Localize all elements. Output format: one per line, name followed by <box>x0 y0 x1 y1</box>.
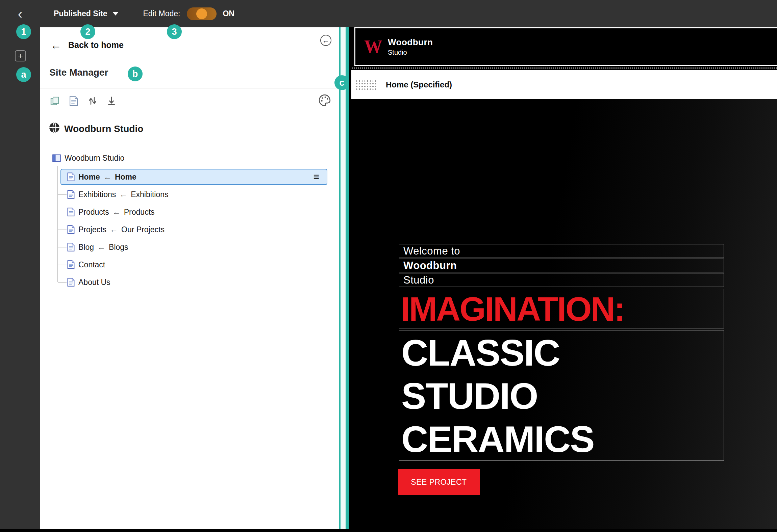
site-manager-panel: ← ← Back to home Site Manager <box>40 27 339 529</box>
annotation-badge-2: 2 <box>80 24 95 39</box>
item-label: Blog <box>78 243 94 252</box>
back-to-home-label: Back to home <box>68 40 124 50</box>
selected-item-box[interactable]: Home ← Home ≡ <box>60 169 327 185</box>
bottom-edge <box>0 529 777 532</box>
back-chevron-icon[interactable]: ‹ <box>0 7 40 21</box>
collapse-panel-icon[interactable]: ← <box>320 35 331 46</box>
annotation-badge-a: a <box>16 67 31 82</box>
annotation-badge-c: c <box>334 75 349 90</box>
hero-headline-accent[interactable]: IMAGINATION: <box>399 289 724 328</box>
item-menu-icon[interactable]: ≡ <box>313 172 319 182</box>
item-label: Contact <box>78 260 105 269</box>
tree-item-projects[interactable]: Projects ← Our Projects <box>40 221 339 238</box>
new-page-icon[interactable] <box>68 95 79 107</box>
expand-collapse-sort-icon[interactable] <box>87 95 98 107</box>
left-arrow-icon: ← <box>110 225 118 234</box>
add-button[interactable]: + <box>15 50 26 61</box>
left-arrow-icon: ← <box>103 172 111 182</box>
item-target: Home <box>115 172 136 182</box>
left-arrow-icon: ← <box>112 207 121 217</box>
hero-intro-line2[interactable]: Woodburn <box>399 259 724 272</box>
back-to-home-link[interactable]: ← Back to home <box>50 39 124 51</box>
item-target: Blogs <box>109 243 128 252</box>
item-label: About Us <box>78 278 110 287</box>
published-site-dropdown[interactable]: Published Site <box>54 9 119 18</box>
item-target: Our Projects <box>121 225 165 234</box>
page-icon <box>67 172 75 181</box>
hero-section: Welcome to Woodburn Studio IMAGINATION: … <box>351 99 777 529</box>
back-arrow-icon: ← <box>50 39 61 51</box>
item-label: Exhibitions <box>78 190 116 199</box>
edit-mode-toggle[interactable] <box>187 7 217 20</box>
hero-intro-line3[interactable]: Studio <box>399 273 724 287</box>
app-canvas: ‹ Published Site Edit Mode: ON + ← ← Bac… <box>0 0 777 532</box>
tree-item-blog[interactable]: Blog ← Blogs <box>40 238 339 256</box>
page-icon <box>67 190 75 199</box>
item-target: Exhibitions <box>131 190 168 199</box>
site-root-icon <box>52 154 61 162</box>
preview-site-header: W Woodburn Studio <box>354 27 777 66</box>
top-bar: ‹ Published Site Edit Mode: ON <box>0 0 777 27</box>
page-icon <box>67 243 75 251</box>
tree-rows: Home ← Home ≡ Exhibitions ← Exhibitions … <box>40 168 339 291</box>
page-title: Site Manager <box>49 67 108 78</box>
left-arrow-icon: ← <box>97 242 105 252</box>
site-name: Woodburn Studio <box>64 124 143 134</box>
edit-mode-state: ON <box>223 9 234 18</box>
annotation-badge-3: 3 <box>167 24 182 39</box>
drag-handle-icon[interactable] <box>355 80 377 90</box>
region-dashed-separator <box>352 68 777 69</box>
tree-item-products[interactable]: Products ← Products <box>40 203 339 221</box>
tree-item-about-us[interactable]: About Us <box>40 273 339 291</box>
hero-headline-line1: CLASSIC <box>401 331 724 374</box>
site-title-row: Woodburn Studio <box>49 122 143 136</box>
edit-mode-label: Edit Mode: <box>143 9 180 18</box>
globe-icon <box>49 122 60 136</box>
toggle-knob-icon <box>196 8 207 19</box>
item-label: Home <box>78 172 100 182</box>
item-target: Products <box>124 208 155 217</box>
region-label: Home (Specified) <box>386 80 452 89</box>
published-site-label: Published Site <box>54 9 107 18</box>
page-icon <box>67 278 75 287</box>
theme-palette-icon[interactable] <box>318 94 331 107</box>
see-project-button[interactable]: SEE PROJECT <box>398 469 480 495</box>
annotation-badge-b: b <box>128 66 143 81</box>
item-label: Projects <box>78 225 106 234</box>
tree-item-home[interactable]: Home ← Home ≡ <box>40 168 339 186</box>
tree-root-label: Woodburn Studio <box>65 154 124 163</box>
hero-text-group: Welcome to Woodburn Studio IMAGINATION: … <box>399 244 724 461</box>
left-rail: + <box>0 27 40 529</box>
tree-root[interactable]: Woodburn Studio <box>40 151 339 165</box>
region-strip: Home (Specified) <box>351 70 777 99</box>
hero-headline-line2: STUDIO <box>401 374 724 418</box>
site-logo-name: Woodburn <box>388 37 433 48</box>
hero-headline-line3: CERAMICS <box>401 418 724 461</box>
divider <box>40 115 339 115</box>
item-label: Products <box>78 208 109 217</box>
page-icon <box>67 225 75 234</box>
divider <box>40 88 339 88</box>
copy-pages-icon[interactable] <box>49 95 60 107</box>
caret-down-icon <box>112 12 119 16</box>
page-icon <box>67 260 75 269</box>
site-preview: W Woodburn Studio Home (Specified) Welco… <box>349 27 777 529</box>
hero-headline[interactable]: CLASSIC STUDIO CERAMICS <box>399 330 724 461</box>
page-icon <box>67 208 75 216</box>
site-logo: W <box>364 37 382 56</box>
site-logo-sub: Studio <box>388 49 433 56</box>
annotation-badge-1: 1 <box>16 24 31 39</box>
panel-splitter[interactable] <box>339 27 349 529</box>
hero-intro-line1[interactable]: Welcome to <box>399 244 724 258</box>
tree-item-exhibitions[interactable]: Exhibitions ← Exhibitions <box>40 186 339 203</box>
tree-item-contact[interactable]: Contact <box>40 256 339 273</box>
page-tree: Woodburn Studio Home ← Home ≡ Exhibition… <box>40 151 339 291</box>
collapse-all-icon[interactable] <box>106 95 117 107</box>
tree-toolbar <box>49 94 117 108</box>
site-logo-text: Woodburn Studio <box>388 37 433 56</box>
left-arrow-icon: ← <box>119 190 127 199</box>
